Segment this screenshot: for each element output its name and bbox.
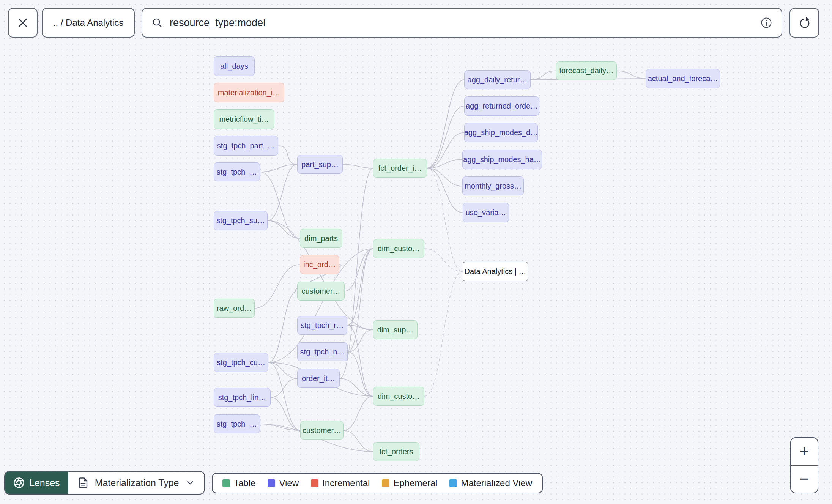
search-bar (142, 8, 782, 38)
zoom-out-button[interactable]: − (791, 465, 818, 493)
refresh-button[interactable] (789, 8, 819, 38)
close-button[interactable] (8, 8, 38, 38)
node-stg_tpch_b[interactable]: stg_tpch_… (214, 414, 260, 433)
node-metricflow_ti[interactable]: metricflow_ti… (214, 109, 274, 129)
chevron-down-icon (185, 478, 195, 488)
legend-label: Table (234, 478, 255, 488)
breadcrumb-label: .. / Data Analytics (53, 17, 123, 28)
legend-swatch (382, 479, 389, 487)
edge-fct_order_i-data_analytics (427, 168, 463, 272)
edge-stg_tpch_r-dim_custo_l (347, 325, 373, 396)
node-stg_tpch_cu[interactable]: stg_tpch_cu… (214, 353, 268, 372)
node-all_days[interactable]: all_days (214, 56, 255, 76)
node-dim_custo_u[interactable]: dim_custo… (373, 239, 424, 258)
edge-stg_tpch_n-dim_custo_l (348, 352, 373, 396)
lens-selector[interactable]: Materialization Type (68, 472, 204, 494)
legend-swatch (311, 479, 318, 487)
edge-forecast_daily-actual_and_foreca (617, 71, 646, 79)
node-agg_daily_retur[interactable]: agg_daily_retur… (464, 70, 531, 89)
legend-swatch (449, 479, 457, 487)
node-fct_orders[interactable]: fct_orders (373, 442, 419, 461)
node-materialization_i[interactable]: materialization_i… (214, 83, 284, 102)
refresh-icon (797, 16, 812, 30)
legend-label: View (279, 478, 299, 488)
node-stg_tpch_n[interactable]: stg_tpch_n… (297, 342, 348, 361)
node-dim_custo_l[interactable]: dim_custo… (373, 387, 424, 406)
edge-agg_daily_retur-forecast_daily (531, 71, 556, 80)
legend-item-incremental: Incremental (311, 478, 370, 488)
node-stg_tpch_su[interactable]: stg_tpch_su… (214, 211, 268, 230)
lenses-label: Lenses (29, 477, 60, 488)
node-customer_u[interactable]: customer… (297, 282, 345, 301)
node-inc_ord[interactable]: inc_ord… (300, 255, 339, 274)
edge-dim_custo_u-data_analytics (424, 249, 463, 272)
node-customer_l[interactable]: customer… (300, 421, 344, 440)
node-order_it[interactable]: order_it… (297, 369, 340, 388)
node-monthly_gross[interactable]: monthly_gross… (462, 176, 524, 195)
node-agg_returned_orde[interactable]: agg_returned_orde… (464, 96, 539, 116)
materialization-legend: TableViewIncrementalEphemeralMaterialize… (212, 473, 543, 493)
legend-label: Materialized View (461, 478, 532, 488)
node-stg_tpch_r[interactable]: stg_tpch_r… (297, 316, 347, 335)
node-data_analytics[interactable]: Data Analytics | … (463, 262, 528, 281)
edge-stg_tpch_cu-customer_l (268, 362, 300, 430)
edge-fct_order_i-agg_daily_retur (427, 80, 464, 168)
node-agg_ship_modes_d[interactable]: agg_ship_modes_d… (464, 123, 538, 142)
edge-part_sup-fct_order_i (343, 164, 373, 168)
lenses-button[interactable]: Lenses (5, 472, 68, 494)
edge-fct_order_i-monthly_gross (427, 168, 462, 186)
node-stg_tpch_part[interactable]: stg_tpch_part_… (214, 136, 278, 156)
legend-swatch (222, 479, 230, 487)
search-icon (151, 17, 163, 28)
lens-selector-label: Materialization Type (95, 477, 179, 488)
close-icon (17, 17, 28, 28)
lenses-control: Lenses Materialization Type (4, 471, 205, 495)
document-icon (77, 477, 89, 488)
zoom-in-button[interactable]: + (791, 438, 818, 465)
edge-raw_ord-inc_ord (255, 265, 300, 308)
edge-stg_tpch_cu-customer_u (268, 291, 297, 362)
node-dim_sup[interactable]: dim_sup… (373, 320, 418, 339)
legend-item-table: Table (222, 478, 255, 488)
edge-stg_tpch_a-part_sup (260, 164, 297, 172)
node-actual_and_foreca[interactable]: actual_and_foreca… (646, 69, 720, 88)
zoom-controls: + − (790, 437, 818, 493)
edge-customer_l-dim_custo_l (344, 396, 373, 430)
node-fct_order_i[interactable]: fct_order_i… (373, 159, 427, 178)
breadcrumb[interactable]: .. / Data Analytics (42, 8, 135, 38)
node-dim_parts[interactable]: dim_parts (300, 229, 342, 248)
edge-fct_order_i-use_varia (427, 168, 463, 213)
legend-label: Ephemeral (393, 478, 437, 488)
legend-item-ephemeral: Ephemeral (382, 478, 437, 488)
node-stg_tpch_a[interactable]: stg_tpch_… (214, 162, 260, 181)
edge-dim_custo_l-data_analytics (424, 272, 463, 397)
edge-stg_tpch_part-part_sup (278, 146, 297, 164)
lineage-canvas[interactable]: all_daysmaterialization_i…metricflow_ti…… (0, 0, 832, 504)
legend-item-materialized-view: Materialized View (449, 478, 532, 488)
node-raw_ord[interactable]: raw_ord… (214, 299, 255, 318)
edge-stg_tpch_r-dim_custo_u (347, 249, 373, 325)
legend-swatch (268, 479, 275, 487)
node-stg_tpch_lin[interactable]: stg_tpch_lin… (214, 388, 271, 407)
edge-stg_tpch_n-dim_custo_u (348, 249, 373, 352)
edge-fct_order_i-agg_returned_orde (427, 106, 464, 169)
info-icon[interactable] (760, 17, 772, 29)
node-use_varia[interactable]: use_varia… (463, 203, 509, 222)
edge-customer_u-dim_custo_u (345, 249, 373, 291)
node-part_sup[interactable]: part_sup… (297, 155, 343, 174)
node-agg_ship_modes_ha[interactable]: agg_ship_modes_ha… (462, 150, 542, 169)
aperture-icon (13, 477, 25, 488)
legend-item-view: View (268, 478, 299, 488)
legend-label: Incremental (322, 478, 370, 488)
node-forecast_daily[interactable]: forecast_daily… (556, 61, 617, 80)
edge-stg_tpch_cu-order_it (268, 362, 297, 378)
search-input[interactable] (170, 17, 753, 29)
